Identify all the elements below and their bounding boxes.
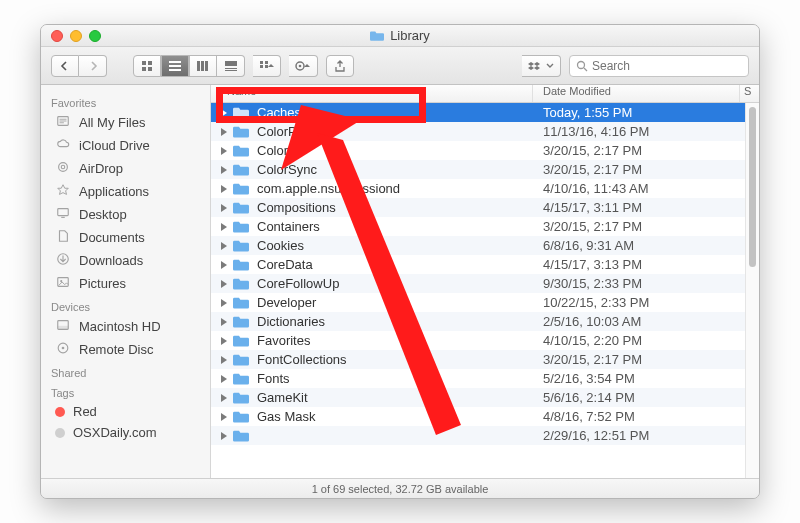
sidebar-item[interactable]: Applications xyxy=(41,180,210,203)
disclosure-triangle-icon[interactable] xyxy=(221,109,227,117)
file-row[interactable]: Colors3/20/15, 2:17 PM xyxy=(211,141,745,160)
file-row[interactable]: Cookies6/8/16, 9:31 AM xyxy=(211,236,745,255)
column-date-modified[interactable]: Date Modified xyxy=(533,85,739,102)
sidebar-item-label: Applications xyxy=(79,184,149,199)
window-body: FavoritesAll My FilesiCloud DriveAirDrop… xyxy=(41,85,759,478)
view-icon-button[interactable] xyxy=(133,55,161,77)
search-field[interactable] xyxy=(569,55,749,77)
disclosure-triangle-icon[interactable] xyxy=(221,299,227,307)
svg-point-21 xyxy=(59,163,68,172)
column-header[interactable]: Name Date Modified S xyxy=(211,85,759,103)
disclosure-triangle-icon[interactable] xyxy=(221,204,227,212)
scrollbar[interactable] xyxy=(745,103,759,478)
disclosure-triangle-icon[interactable] xyxy=(221,147,227,155)
arrange-button[interactable] xyxy=(253,55,281,77)
sidebar-item-label: All My Files xyxy=(79,115,145,130)
disclosure-triangle-icon[interactable] xyxy=(221,394,227,402)
column-size[interactable]: S xyxy=(739,85,759,102)
column-name[interactable]: Name xyxy=(211,85,533,102)
disclosure-triangle-icon[interactable] xyxy=(221,242,227,250)
sidebar-item[interactable]: All My Files xyxy=(41,111,210,134)
view-list-button[interactable] xyxy=(161,55,189,77)
sidebar-item[interactable]: OSXDaily.com xyxy=(41,422,210,443)
sidebar-item-label: iCloud Drive xyxy=(79,138,150,153)
file-date: 3/20/15, 2:17 PM xyxy=(533,219,745,234)
share-icon xyxy=(334,60,346,72)
file-row[interactable]: Containers3/20/15, 2:17 PM xyxy=(211,217,745,236)
file-row[interactable]: CoreData4/15/17, 3:13 PM xyxy=(211,255,745,274)
sidebar-item[interactable]: Documents xyxy=(41,226,210,249)
disclosure-triangle-icon[interactable] xyxy=(221,280,227,288)
svg-point-18 xyxy=(299,64,302,67)
pictures-icon xyxy=(55,275,71,292)
file-date: 4/10/15, 2:20 PM xyxy=(533,333,745,348)
file-row[interactable]: ColorPick11/13/16, 4:16 PM xyxy=(211,122,745,141)
sidebar: FavoritesAll My FilesiCloud DriveAirDrop… xyxy=(41,85,211,478)
file-date: 2/5/16, 10:03 AM xyxy=(533,314,745,329)
dropbox-button[interactable] xyxy=(522,55,561,77)
toolbar xyxy=(41,47,759,85)
folder-icon xyxy=(233,410,249,423)
view-mode-buttons xyxy=(133,55,245,77)
folder-icon xyxy=(233,182,249,195)
sidebar-item[interactable]: Remote Disc xyxy=(41,338,210,361)
view-coverflow-button[interactable] xyxy=(217,55,245,77)
svg-rect-5 xyxy=(169,65,181,67)
folder-icon xyxy=(233,372,249,385)
file-name: Developer xyxy=(257,295,316,310)
file-row[interactable]: Compositions4/15/17, 3:11 PM xyxy=(211,198,745,217)
svg-rect-1 xyxy=(148,61,152,65)
file-row[interactable]: CachesToday, 1:55 PM xyxy=(211,103,745,122)
sidebar-item[interactable]: iCloud Drive xyxy=(41,134,210,157)
disclosure-triangle-icon[interactable] xyxy=(221,432,227,440)
folder-icon xyxy=(233,429,249,442)
disclosure-triangle-icon[interactable] xyxy=(221,318,227,326)
file-name: CoreData xyxy=(257,257,313,272)
share-button[interactable] xyxy=(326,55,354,77)
disclosure-triangle-icon[interactable] xyxy=(221,128,227,136)
window-title-text: Library xyxy=(390,28,430,43)
file-row[interactable]: CoreFollowUp9/30/15, 2:33 PM xyxy=(211,274,745,293)
file-row[interactable]: Gas Mask4/8/16, 7:52 PM xyxy=(211,407,745,426)
file-row[interactable]: 2/29/16, 12:51 PM xyxy=(211,426,745,445)
disclosure-triangle-icon[interactable] xyxy=(221,375,227,383)
file-row[interactable]: GameKit5/6/16, 2:14 PM xyxy=(211,388,745,407)
back-button[interactable] xyxy=(51,55,79,77)
arrange-icon xyxy=(260,61,274,71)
file-row[interactable]: Dictionaries2/5/16, 10:03 AM xyxy=(211,312,745,331)
sidebar-item[interactable]: Pictures xyxy=(41,272,210,295)
forward-button[interactable] xyxy=(79,55,107,77)
action-button[interactable] xyxy=(289,55,318,77)
scrollbar-thumb[interactable] xyxy=(749,107,756,267)
svg-rect-4 xyxy=(169,61,181,63)
file-date: 3/20/15, 2:17 PM xyxy=(533,143,745,158)
disclosure-triangle-icon[interactable] xyxy=(221,356,227,364)
sidebar-item[interactable]: Desktop xyxy=(41,203,210,226)
file-date: 11/13/16, 4:16 PM xyxy=(533,124,745,139)
file-row[interactable]: ColorSync3/20/15, 2:17 PM xyxy=(211,160,745,179)
file-name: Dictionaries xyxy=(257,314,325,329)
file-list[interactable]: CachesToday, 1:55 PMColorPick11/13/16, 4… xyxy=(211,103,745,478)
svg-rect-8 xyxy=(201,61,204,71)
view-column-button[interactable] xyxy=(189,55,217,77)
file-row[interactable]: com.apple.nsurlsessiond4/10/16, 11:43 AM xyxy=(211,179,745,198)
file-row[interactable]: Developer10/22/15, 2:33 PM xyxy=(211,293,745,312)
sidebar-item[interactable]: Macintosh HD xyxy=(41,315,210,338)
file-date: 10/22/15, 2:33 PM xyxy=(533,295,745,310)
disclosure-triangle-icon[interactable] xyxy=(221,223,227,231)
desktop-icon xyxy=(55,206,71,223)
search-input[interactable] xyxy=(592,59,742,73)
sidebar-item[interactable]: AirDrop xyxy=(41,157,210,180)
file-row[interactable]: FontCollections3/20/15, 2:17 PM xyxy=(211,350,745,369)
file-date: 4/8/16, 7:52 PM xyxy=(533,409,745,424)
list-view-icon xyxy=(169,60,181,72)
sidebar-item[interactable]: Downloads xyxy=(41,249,210,272)
disclosure-triangle-icon[interactable] xyxy=(221,166,227,174)
disclosure-triangle-icon[interactable] xyxy=(221,261,227,269)
file-row[interactable]: Favorites4/10/15, 2:20 PM xyxy=(211,331,745,350)
file-row[interactable]: Fonts5/2/16, 3:54 PM xyxy=(211,369,745,388)
sidebar-item[interactable]: Red xyxy=(41,401,210,422)
disclosure-triangle-icon[interactable] xyxy=(221,185,227,193)
disclosure-triangle-icon[interactable] xyxy=(221,413,227,421)
disclosure-triangle-icon[interactable] xyxy=(221,337,227,345)
